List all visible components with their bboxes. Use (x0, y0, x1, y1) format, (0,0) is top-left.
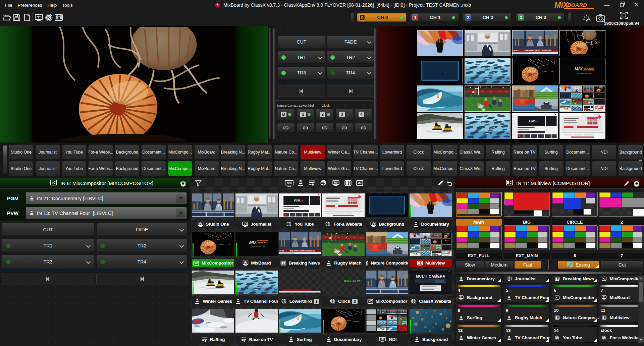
svg-text:MiX: MiX (554, 1, 569, 9)
svg-text:BOARD: BOARD (567, 2, 587, 8)
